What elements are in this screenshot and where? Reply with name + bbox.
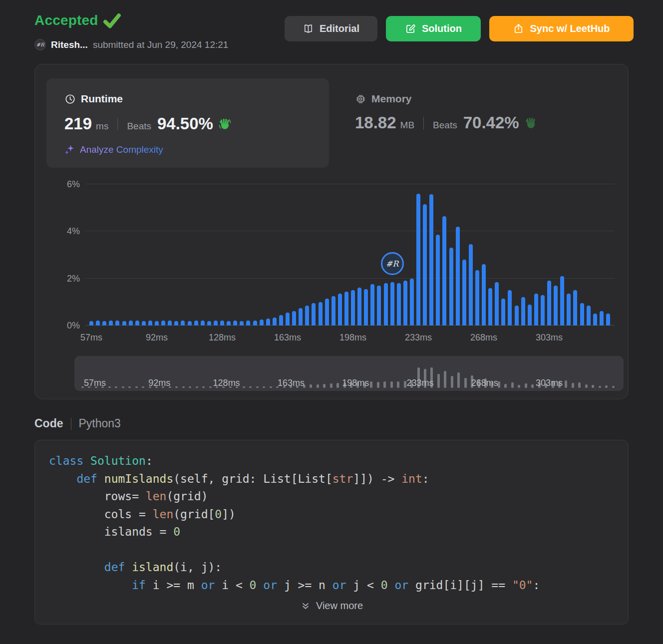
result-panel: Runtime 219 ms Beats 94.50% bbox=[34, 64, 629, 399]
histogram-bar bbox=[410, 279, 414, 325]
brush-tick-label: 233ms bbox=[407, 378, 434, 388]
code-line bbox=[49, 541, 540, 559]
code-token: rows= bbox=[49, 490, 146, 503]
double-chevron-down-icon bbox=[300, 601, 311, 612]
histogram-bar bbox=[273, 318, 277, 326]
memory-beats-value: 70.42% bbox=[463, 113, 519, 132]
histogram-bar bbox=[260, 320, 264, 325]
histogram-bar bbox=[515, 306, 519, 325]
brush-bar bbox=[511, 382, 514, 388]
code-token: : bbox=[533, 579, 540, 592]
divider bbox=[423, 117, 424, 129]
code-token: 0 bbox=[215, 508, 222, 521]
solution-button[interactable]: Solution bbox=[386, 16, 481, 41]
code-heading-label: Code bbox=[34, 417, 63, 430]
histogram-bar bbox=[174, 321, 178, 325]
brush-bar bbox=[451, 376, 453, 388]
histogram-bar bbox=[456, 227, 460, 325]
analyze-complexity-link[interactable]: Analyze Complexity bbox=[63, 144, 163, 156]
brush-bar bbox=[175, 386, 178, 388]
code-token: grid[i][j] == bbox=[408, 579, 512, 592]
runtime-label: Runtime bbox=[81, 93, 123, 105]
memory-chip-icon bbox=[355, 93, 366, 105]
code-line: if i >= m or i < 0 or j >= n or j < 0 or… bbox=[49, 577, 540, 595]
histogram-bar bbox=[181, 321, 185, 325]
histogram-bar bbox=[606, 314, 610, 325]
waving-hand-icon bbox=[524, 116, 538, 130]
histogram-bar bbox=[482, 264, 486, 325]
code-token: if bbox=[132, 579, 146, 592]
brush-bar bbox=[336, 383, 339, 388]
accepted-check-icon bbox=[101, 10, 122, 31]
editorial-button-label: Editorial bbox=[320, 23, 359, 34]
brush-bar bbox=[383, 381, 386, 388]
memory-values: 18.82 MB Beats 70.42% bbox=[355, 113, 538, 132]
view-more-button[interactable]: View more bbox=[35, 600, 628, 612]
histogram-bar bbox=[573, 290, 577, 325]
runtime-unit: ms bbox=[96, 121, 108, 132]
histogram-bar bbox=[587, 306, 591, 325]
histogram-bar bbox=[508, 290, 512, 325]
histogram-bar bbox=[155, 321, 159, 325]
editorial-button[interactable]: Editorial bbox=[285, 16, 377, 41]
code-token: i >= m bbox=[146, 579, 201, 592]
code-token: Solution bbox=[90, 454, 146, 467]
histogram-bar bbox=[475, 270, 479, 325]
memory-value: 18.82 bbox=[355, 113, 396, 132]
code-section-heading: Code Python3 bbox=[34, 417, 121, 430]
gridline bbox=[85, 184, 615, 184]
code-token: len bbox=[153, 508, 174, 521]
pencil-square-icon bbox=[405, 23, 416, 34]
histogram-bar bbox=[332, 296, 335, 325]
x-tick-label: 198ms bbox=[339, 332, 366, 343]
brush-bar bbox=[370, 381, 372, 388]
code-line: cols = len(grid[0]) bbox=[49, 506, 540, 524]
username[interactable]: Ritesh... bbox=[51, 39, 88, 50]
code-token bbox=[256, 579, 263, 592]
code-token: 0 bbox=[173, 525, 180, 538]
waving-hand-icon bbox=[218, 117, 232, 131]
gridline bbox=[85, 231, 615, 231]
histogram-bar bbox=[554, 286, 558, 325]
code-line: def numIslands(self, grid: List[List[str… bbox=[49, 470, 540, 488]
runtime-beats-value: 94.50% bbox=[157, 114, 213, 133]
histogram-bar bbox=[429, 194, 433, 325]
brush-tick-label: 57ms bbox=[84, 378, 106, 388]
runtime-values: 219 ms Beats 94.50% bbox=[64, 114, 232, 133]
upload-share-icon bbox=[513, 23, 524, 34]
memory-card[interactable]: Memory 18.82 MB Beats 70.42% bbox=[355, 93, 538, 132]
histogram-bar bbox=[279, 315, 283, 325]
code-token: or bbox=[332, 579, 346, 592]
brush-tick-label: 163ms bbox=[278, 378, 305, 388]
brush-bar bbox=[599, 386, 601, 388]
brush-tick-label: 92ms bbox=[148, 378, 170, 388]
histogram-bar bbox=[312, 303, 316, 325]
brush-bar bbox=[525, 383, 527, 388]
sync-leethub-button[interactable]: Sync w/ LeetHub bbox=[489, 16, 634, 41]
brush-bar bbox=[390, 381, 393, 388]
brush-bar bbox=[578, 382, 581, 388]
histogram-bar bbox=[462, 260, 466, 325]
code-token: or bbox=[201, 579, 215, 592]
histogram-bar bbox=[299, 308, 303, 325]
histogram-bar bbox=[115, 321, 119, 325]
brush-bar bbox=[437, 374, 440, 388]
brush-tick-label: 268ms bbox=[471, 378, 498, 388]
brush-bar bbox=[189, 386, 191, 388]
brush-bar bbox=[115, 386, 117, 388]
histogram-bar bbox=[240, 321, 244, 325]
brush-tick-label: 198ms bbox=[342, 378, 369, 388]
submitted-at: submitted at Jun 29, 2024 12:21 bbox=[93, 39, 228, 50]
brush-bar bbox=[182, 386, 185, 388]
x-tick-label: 233ms bbox=[405, 332, 432, 343]
brush-tick-label: 303ms bbox=[536, 378, 563, 388]
runtime-card[interactable]: Runtime 219 ms Beats 94.50% bbox=[46, 78, 329, 168]
histogram-bar bbox=[403, 281, 407, 325]
code-token: 0 bbox=[250, 579, 257, 592]
histogram-bar bbox=[325, 299, 329, 325]
x-tick-label: 57ms bbox=[80, 332, 102, 343]
histogram-bar bbox=[220, 321, 224, 325]
brush-bar bbox=[135, 386, 138, 388]
chart-brush[interactable]: 57ms92ms128ms163ms198ms233ms268ms303ms bbox=[74, 356, 624, 391]
histogram-bar bbox=[168, 321, 172, 325]
